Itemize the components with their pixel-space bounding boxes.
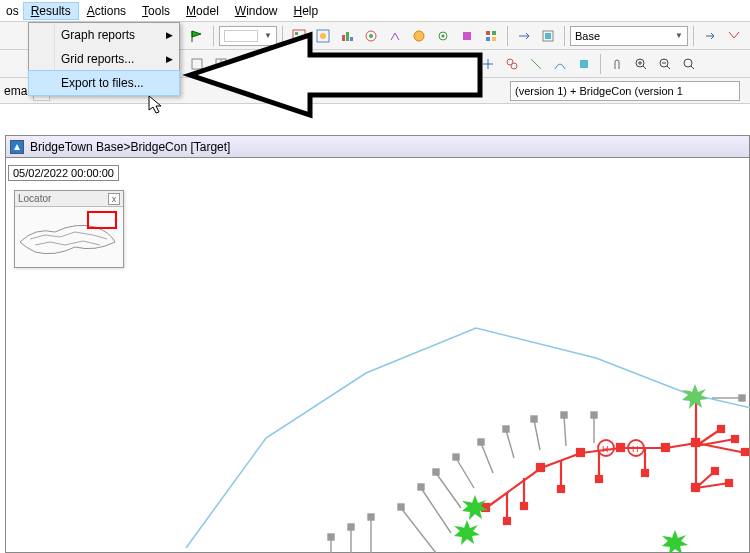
locator-close-button[interactable]: x: [108, 193, 120, 205]
tool-icon-j[interactable]: [549, 53, 571, 75]
svg-rect-18: [545, 33, 551, 39]
tool-icon-i[interactable]: [525, 53, 547, 75]
results-dropdown: Graph reports ▶ Grid reports... ▶ Export…: [28, 22, 180, 96]
menu-tools[interactable]: Tools: [134, 2, 178, 20]
toolbar-icon-11[interactable]: [537, 25, 559, 47]
svg-rect-73: [368, 514, 374, 520]
svg-line-34: [667, 66, 670, 69]
timestamp-display: 05/02/2022 00:00:00: [8, 165, 119, 181]
menu-help[interactable]: Help: [285, 2, 326, 20]
svg-rect-43: [577, 449, 584, 456]
geoplan-titlebar[interactable]: BridgeTown Base>BridgeCon [Target]: [6, 136, 749, 158]
svg-rect-87: [531, 416, 537, 422]
svg-rect-47: [662, 444, 669, 451]
svg-line-30: [643, 66, 646, 69]
svg-line-84: [506, 430, 514, 458]
svg-line-82: [481, 443, 493, 473]
menu-results[interactable]: Results: [23, 2, 79, 20]
zoom-out-icon[interactable]: [654, 53, 676, 75]
svg-rect-79: [433, 469, 439, 475]
tool-icon-h[interactable]: [501, 53, 523, 75]
svg-line-74: [401, 508, 436, 553]
zoom-fit-icon[interactable]: [678, 53, 700, 75]
toolbar-icon-13[interactable]: [723, 25, 745, 47]
menu-item-export-to-files[interactable]: Export to files...: [29, 71, 179, 95]
svg-rect-77: [418, 484, 424, 490]
menu-window[interactable]: Window: [227, 2, 286, 20]
svg-line-86: [534, 420, 540, 450]
svg-rect-81: [453, 454, 459, 460]
submenu-arrow-icon: ▶: [166, 54, 173, 64]
geoplan-app-icon: [10, 140, 24, 154]
callout-arrow-icon: [150, 30, 490, 120]
svg-line-37: [691, 66, 694, 69]
zoom-in-icon[interactable]: [630, 53, 652, 75]
svg-rect-14: [492, 31, 496, 35]
locator-minimap[interactable]: [15, 207, 123, 267]
svg-rect-71: [348, 524, 354, 530]
svg-rect-91: [591, 412, 597, 418]
locator-title: Locator: [18, 193, 51, 204]
menu-item-label: Grid reports...: [61, 52, 134, 66]
svg-rect-83: [478, 439, 484, 445]
svg-line-78: [436, 473, 461, 508]
crumb-stub: ema: [0, 82, 31, 100]
locator-panel: Locator x: [14, 190, 124, 268]
svg-text:H: H: [632, 444, 639, 454]
submenu-arrow-icon: ▶: [166, 30, 173, 40]
base-combo[interactable]: Base▼: [570, 26, 688, 46]
menu-item-graph-reports[interactable]: Graph reports ▶: [29, 23, 179, 47]
menu-item-label: Export to files...: [61, 76, 144, 90]
svg-rect-85: [503, 426, 509, 432]
svg-rect-45: [617, 444, 624, 451]
arrow-right-icon[interactable]: [699, 25, 721, 47]
menu-actions[interactable]: Actions: [79, 2, 134, 20]
svg-rect-16: [492, 37, 496, 41]
hand-icon[interactable]: [606, 53, 628, 75]
svg-rect-75: [398, 504, 404, 510]
breadcrumb-input[interactable]: [510, 81, 740, 101]
svg-rect-41: [537, 464, 544, 471]
tool-icon-k[interactable]: [573, 53, 595, 75]
locator-viewport-rect: [87, 211, 117, 229]
svg-rect-69: [328, 534, 334, 540]
svg-rect-28: [580, 60, 588, 68]
menu-model[interactable]: Model: [178, 2, 227, 20]
cursor-icon: [148, 95, 166, 117]
toolbar-icon-10[interactable]: [513, 25, 535, 47]
svg-text:H: H: [602, 444, 609, 454]
svg-point-27: [511, 63, 517, 69]
svg-point-36: [684, 59, 692, 67]
svg-rect-93: [739, 395, 745, 401]
menu-item-label: Graph reports: [61, 28, 135, 42]
svg-rect-52: [742, 449, 748, 455]
svg-line-88: [564, 416, 566, 446]
menu-item-grid-reports[interactable]: Grid reports... ▶: [29, 47, 179, 71]
svg-line-80: [456, 458, 474, 488]
svg-rect-89: [561, 412, 567, 418]
menubar: os Results Actions Tools Model Window He…: [0, 0, 750, 22]
svg-line-76: [421, 488, 451, 533]
menubar-stub: os: [2, 2, 23, 20]
geoplan-title-text: BridgeTown Base>BridgeCon [Target]: [30, 140, 230, 154]
